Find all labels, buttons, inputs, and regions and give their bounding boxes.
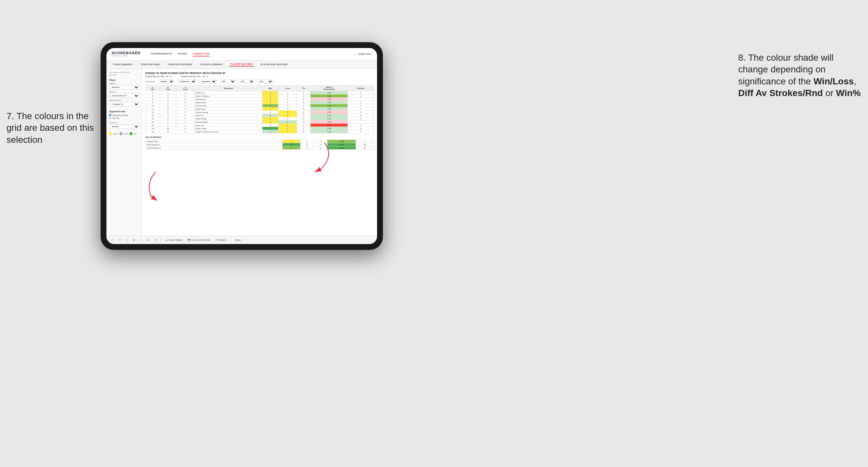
radio-top100[interactable]: Top 100 bbox=[109, 117, 139, 119]
cell-conf: 1 bbox=[176, 111, 194, 114]
cell-win: 2 bbox=[262, 104, 278, 107]
division-record: Division Record: 331 - 34 - 6 bbox=[181, 75, 208, 77]
sub-nav-team-h2h-heatmap[interactable]: TEAM H2H HEATMAP bbox=[166, 63, 194, 66]
radio-opponents-played-input[interactable] bbox=[109, 114, 111, 116]
nav-committee[interactable]: COMMITTEE bbox=[193, 52, 210, 57]
nav-signout[interactable]: Sign out bbox=[358, 52, 372, 56]
cell-loss: 2 bbox=[278, 114, 297, 117]
cell-opponent: NCAA Division 2 bbox=[146, 146, 283, 150]
col-rounds: Rounds bbox=[348, 86, 374, 91]
sub-nav-player-h2h-heatmap[interactable]: PLAYER H2H HEATMAP bbox=[259, 63, 289, 66]
opponent-view-section: Opponent view Opponents Played Top 100 bbox=[109, 110, 139, 119]
cell-reg: 8 bbox=[160, 117, 176, 120]
cell-conf: 6 bbox=[176, 127, 194, 130]
cell-win: 1 bbox=[262, 94, 278, 98]
cell-loss: 0 bbox=[278, 117, 297, 120]
nav-tournaments[interactable]: TOURNAMENTS bbox=[150, 52, 172, 57]
nav-teams[interactable]: TEAMS bbox=[178, 52, 188, 57]
cell-rounds: 30 bbox=[356, 143, 374, 146]
out-of-division-title: Out of division bbox=[145, 136, 374, 138]
filter-all2-select[interactable]: (All) bbox=[238, 80, 254, 84]
cell-div: 10 bbox=[146, 104, 160, 107]
cell-conf: 3 bbox=[176, 107, 194, 111]
cell-tie: 1 bbox=[297, 91, 311, 94]
toolbar-undo2[interactable]: ↩ bbox=[118, 238, 122, 242]
table-row: 18 2 2 Euna Lee 0 1 0 -5.00 2 bbox=[146, 124, 374, 127]
cell-tie: 0 bbox=[297, 114, 311, 117]
opponent-view-title: Opponent view bbox=[109, 110, 139, 113]
cell-opponent: Stella Cheng bbox=[194, 117, 262, 120]
sidebar-gender-select[interactable]: Women's bbox=[109, 85, 139, 90]
toolbar-view-original[interactable]: 📊 View: Original bbox=[163, 238, 184, 242]
sidebar-division-select[interactable]: NCAA Division III bbox=[109, 93, 139, 98]
filter-region-select[interactable]: Region bbox=[158, 80, 174, 84]
legend-dot-level bbox=[119, 132, 123, 135]
colour-by-select[interactable]: Win/loss bbox=[109, 124, 139, 129]
legend-area: Down Level Up bbox=[109, 132, 139, 135]
cell-conf: 1 bbox=[176, 91, 194, 94]
col-tie: Tie bbox=[297, 86, 311, 91]
cell-win: 1 bbox=[282, 140, 300, 143]
cell-diff: 1.33 bbox=[311, 130, 348, 133]
radio-top100-input[interactable] bbox=[109, 117, 111, 119]
cell-diff: 1.25 bbox=[311, 117, 348, 120]
cell-rounds: 3 bbox=[348, 94, 374, 98]
cell-tie: 0 bbox=[297, 94, 311, 98]
cell-loss: 0 bbox=[278, 98, 297, 101]
cell-reg: 3 bbox=[160, 98, 176, 101]
filter-all3-select[interactable]: (All) bbox=[257, 80, 273, 84]
cell-opponent: NAIA Division 1 bbox=[146, 143, 283, 146]
cell-diff: 0.38 bbox=[311, 114, 348, 117]
table-row: 14 7 4 Eunice Yi 2 2 0 0.38 9 bbox=[146, 114, 374, 117]
filter-opponent-select[interactable]: Opponent bbox=[199, 80, 217, 84]
toolbar-share[interactable]: Share bbox=[234, 238, 242, 242]
filter-conference-select[interactable]: Conference bbox=[177, 80, 196, 84]
toolbar-more[interactable]: ••• bbox=[146, 238, 151, 242]
legend-label-level: Level bbox=[124, 133, 128, 135]
cell-rounds: 2 bbox=[348, 111, 374, 114]
nav-items: TOURNAMENTS TEAMS COMMITTEE bbox=[150, 52, 348, 57]
sidebar-player-rank-select[interactable]: 8. Katelyn Vo bbox=[109, 102, 139, 106]
toolbar-cut[interactable]: ✂ bbox=[139, 238, 144, 242]
cell-win: 1 bbox=[262, 91, 278, 94]
cell-opponent: Heejo Hyun bbox=[194, 107, 262, 111]
cell-tie: 0 bbox=[314, 143, 328, 146]
toolbar-undo[interactable]: ↩ bbox=[110, 238, 115, 242]
sub-nav-player-summary[interactable]: PLAYER SUMMARY bbox=[199, 63, 224, 66]
sub-nav-player-h2h-grid[interactable]: PLAYER H2H GRID bbox=[229, 62, 254, 66]
cell-div: 19 bbox=[146, 127, 160, 130]
cell-reg: 11 bbox=[160, 130, 176, 133]
cell-reg: 1 bbox=[160, 91, 176, 94]
cell-loss: 0 bbox=[278, 94, 297, 98]
cell-rounds bbox=[348, 98, 374, 101]
nav-right: | Sign out bbox=[355, 52, 372, 56]
cell-tie: 0 bbox=[297, 127, 311, 130]
col-div: #Div bbox=[146, 86, 160, 91]
table-row: 15 8 5 Stella Cheng 1 0 0 1.25 4 bbox=[146, 117, 374, 120]
cell-diff: -1.00 bbox=[311, 98, 348, 101]
sub-nav-team-h2h-grid[interactable]: TEAM H2H GRID bbox=[139, 63, 161, 66]
cell-tie: 0 bbox=[297, 98, 311, 101]
col-diff: Diff AvStrokes/Rnd bbox=[311, 86, 348, 91]
annotation-right: 8. The colour shade will change dependin… bbox=[738, 52, 862, 99]
cell-win: 0 bbox=[262, 111, 278, 114]
cell-rounds: 3 bbox=[348, 107, 374, 111]
sub-nav-team-summary[interactable]: TEAM SUMMARY bbox=[112, 63, 134, 66]
table-row: NAIA Division 1 15 0 0 9.267 30 bbox=[146, 143, 374, 146]
toolbar-watch[interactable]: 👁 Watch ▾ bbox=[214, 238, 228, 242]
cell-opponent: Jessica Huang bbox=[194, 111, 262, 114]
cell-div: 9 bbox=[146, 101, 160, 104]
cell-diff: 3.67 bbox=[311, 101, 348, 104]
radio-opponents-played[interactable]: Opponents Played bbox=[109, 114, 139, 116]
cell-conf: 4 bbox=[176, 101, 194, 104]
cell-loss: 1 bbox=[278, 111, 297, 114]
toolbar-grid[interactable]: ⊞ bbox=[132, 238, 136, 242]
toolbar-refresh[interactable]: ⟳ bbox=[153, 238, 158, 242]
toolbar-save-custom[interactable]: 💾 Save Custom View bbox=[186, 238, 212, 242]
cell-tie: 0 bbox=[314, 146, 328, 150]
cell-tie: 0 bbox=[297, 111, 311, 114]
cell-div: 20 bbox=[146, 130, 160, 133]
colour-by-section: Colour by Win/loss bbox=[109, 122, 139, 130]
toolbar-redo[interactable]: ↪ bbox=[125, 238, 129, 242]
filter-all-select[interactable]: (All) bbox=[219, 80, 236, 84]
